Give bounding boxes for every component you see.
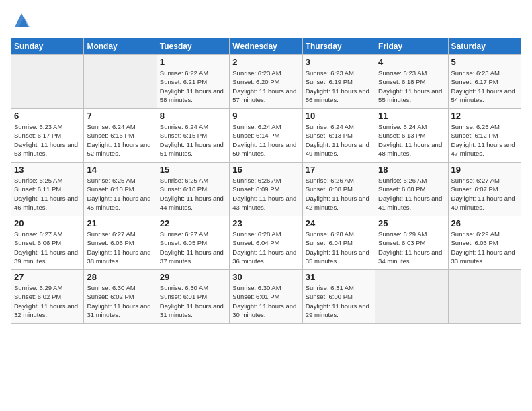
weekday-header-wednesday: Wednesday: [230, 38, 302, 55]
day-info: Sunrise: 6:27 AM Sunset: 6:06 PM Dayligh…: [87, 230, 153, 265]
day-number: 19: [451, 165, 518, 175]
calendar-day-cell: 14Sunrise: 6:25 AM Sunset: 6:10 PM Dayli…: [84, 163, 157, 216]
day-info: Sunrise: 6:26 AM Sunset: 6:09 PM Dayligh…: [232, 176, 299, 212]
day-info: Sunrise: 6:29 AM Sunset: 6:03 PM Dayligh…: [378, 230, 445, 265]
day-info: Sunrise: 6:29 AM Sunset: 6:02 PM Dayligh…: [14, 283, 81, 319]
day-info: Sunrise: 6:31 AM Sunset: 6:00 PM Dayligh…: [306, 283, 372, 319]
calendar-day-cell: [11, 55, 84, 109]
day-info: Sunrise: 6:25 AM Sunset: 6:11 PM Dayligh…: [14, 176, 81, 212]
day-info: Sunrise: 6:26 AM Sunset: 6:08 PM Dayligh…: [306, 176, 372, 212]
day-info: Sunrise: 6:24 AM Sunset: 6:14 PM Dayligh…: [232, 122, 299, 158]
day-info: Sunrise: 6:27 AM Sunset: 6:05 PM Dayligh…: [160, 230, 226, 265]
calendar-day-cell: 23Sunrise: 6:28 AM Sunset: 6:04 PM Dayli…: [230, 216, 302, 270]
calendar-day-cell: 10Sunrise: 6:24 AM Sunset: 6:13 PM Dayli…: [302, 109, 375, 163]
day-info: Sunrise: 6:23 AM Sunset: 6:17 PM Dayligh…: [451, 68, 518, 104]
day-info: Sunrise: 6:30 AM Sunset: 6:02 PM Dayligh…: [87, 283, 153, 319]
day-info: Sunrise: 6:23 AM Sunset: 6:20 PM Dayligh…: [232, 68, 299, 104]
calendar-table: SundayMondayTuesdayWednesdayThursdayFrid…: [11, 38, 521, 324]
day-info: Sunrise: 6:25 AM Sunset: 6:10 PM Dayligh…: [160, 176, 226, 212]
day-info: Sunrise: 6:24 AM Sunset: 6:13 PM Dayligh…: [378, 122, 445, 158]
day-info: Sunrise: 6:29 AM Sunset: 6:03 PM Dayligh…: [451, 230, 518, 265]
weekday-header-friday: Friday: [375, 38, 448, 55]
calendar-day-cell: 27Sunrise: 6:29 AM Sunset: 6:02 PM Dayli…: [11, 270, 84, 324]
day-number: 21: [87, 218, 153, 228]
calendar-day-cell: 2Sunrise: 6:23 AM Sunset: 6:20 PM Daylig…: [230, 55, 302, 109]
day-number: 13: [14, 165, 81, 175]
day-info: Sunrise: 6:27 AM Sunset: 6:06 PM Dayligh…: [14, 230, 81, 265]
day-number: 16: [232, 165, 299, 175]
calendar-header-row: SundayMondayTuesdayWednesdayThursdayFrid…: [11, 38, 521, 55]
day-number: 15: [160, 165, 226, 175]
day-info: Sunrise: 6:23 AM Sunset: 6:17 PM Dayligh…: [14, 122, 81, 158]
calendar-day-cell: 7Sunrise: 6:24 AM Sunset: 6:16 PM Daylig…: [84, 109, 157, 163]
day-number: 14: [87, 165, 153, 175]
weekday-header-tuesday: Tuesday: [157, 38, 229, 55]
calendar-day-cell: 15Sunrise: 6:25 AM Sunset: 6:10 PM Dayli…: [157, 163, 229, 216]
day-info: Sunrise: 6:23 AM Sunset: 6:18 PM Dayligh…: [378, 68, 445, 104]
weekday-header-sunday: Sunday: [11, 38, 84, 55]
calendar-day-cell: 6Sunrise: 6:23 AM Sunset: 6:17 PM Daylig…: [11, 109, 84, 163]
day-number: 6: [14, 111, 81, 121]
day-number: 17: [306, 165, 372, 175]
day-info: Sunrise: 6:28 AM Sunset: 6:04 PM Dayligh…: [232, 230, 299, 265]
calendar-day-cell: 4Sunrise: 6:23 AM Sunset: 6:18 PM Daylig…: [375, 55, 448, 109]
day-number: 10: [306, 111, 372, 121]
day-number: 28: [87, 272, 153, 282]
day-info: Sunrise: 6:28 AM Sunset: 6:04 PM Dayligh…: [306, 230, 372, 265]
day-info: Sunrise: 6:26 AM Sunset: 6:08 PM Dayligh…: [378, 176, 445, 212]
calendar-day-cell: 1Sunrise: 6:22 AM Sunset: 6:21 PM Daylig…: [157, 55, 229, 109]
calendar-week-row: 13Sunrise: 6:25 AM Sunset: 6:11 PM Dayli…: [11, 163, 521, 216]
calendar-day-cell: 24Sunrise: 6:28 AM Sunset: 6:04 PM Dayli…: [302, 216, 375, 270]
calendar-week-row: 27Sunrise: 6:29 AM Sunset: 6:02 PM Dayli…: [11, 270, 521, 324]
calendar-day-cell: 13Sunrise: 6:25 AM Sunset: 6:11 PM Dayli…: [11, 163, 84, 216]
day-number: 1: [160, 57, 226, 67]
day-number: 7: [87, 111, 153, 121]
day-number: 22: [160, 218, 226, 228]
day-info: Sunrise: 6:27 AM Sunset: 6:07 PM Dayligh…: [451, 176, 518, 212]
logo: [11, 11, 31, 30]
calendar-day-cell: 17Sunrise: 6:26 AM Sunset: 6:08 PM Dayli…: [302, 163, 375, 216]
day-info: Sunrise: 6:25 AM Sunset: 6:10 PM Dayligh…: [87, 176, 153, 212]
weekday-header-saturday: Saturday: [448, 38, 521, 55]
weekday-header-thursday: Thursday: [302, 38, 375, 55]
calendar-day-cell: [375, 270, 448, 324]
day-info: Sunrise: 6:22 AM Sunset: 6:21 PM Dayligh…: [160, 68, 226, 104]
calendar-day-cell: 19Sunrise: 6:27 AM Sunset: 6:07 PM Dayli…: [448, 163, 521, 216]
day-number: 18: [378, 165, 445, 175]
calendar-week-row: 20Sunrise: 6:27 AM Sunset: 6:06 PM Dayli…: [11, 216, 521, 270]
day-info: Sunrise: 6:30 AM Sunset: 6:01 PM Dayligh…: [160, 283, 226, 319]
calendar-day-cell: 30Sunrise: 6:30 AM Sunset: 6:01 PM Dayli…: [230, 270, 302, 324]
day-number: 29: [160, 272, 226, 282]
day-info: Sunrise: 6:24 AM Sunset: 6:13 PM Dayligh…: [306, 122, 372, 158]
calendar-day-cell: 9Sunrise: 6:24 AM Sunset: 6:14 PM Daylig…: [230, 109, 302, 163]
calendar-day-cell: 25Sunrise: 6:29 AM Sunset: 6:03 PM Dayli…: [375, 216, 448, 270]
calendar-day-cell: [84, 55, 157, 109]
calendar-day-cell: 21Sunrise: 6:27 AM Sunset: 6:06 PM Dayli…: [84, 216, 157, 270]
day-number: 8: [160, 111, 226, 121]
calendar-day-cell: 20Sunrise: 6:27 AM Sunset: 6:06 PM Dayli…: [11, 216, 84, 270]
calendar-day-cell: 11Sunrise: 6:24 AM Sunset: 6:13 PM Dayli…: [375, 109, 448, 163]
day-number: 11: [378, 111, 445, 121]
day-number: 9: [232, 111, 299, 121]
day-info: Sunrise: 6:23 AM Sunset: 6:19 PM Dayligh…: [306, 68, 372, 104]
day-info: Sunrise: 6:30 AM Sunset: 6:01 PM Dayligh…: [232, 283, 299, 319]
day-number: 31: [306, 272, 372, 282]
calendar-day-cell: 22Sunrise: 6:27 AM Sunset: 6:05 PM Dayli…: [157, 216, 229, 270]
calendar-day-cell: 5Sunrise: 6:23 AM Sunset: 6:17 PM Daylig…: [448, 55, 521, 109]
day-number: 5: [451, 57, 518, 67]
day-number: 24: [306, 218, 372, 228]
calendar-day-cell: 28Sunrise: 6:30 AM Sunset: 6:02 PM Dayli…: [84, 270, 157, 324]
calendar-day-cell: 8Sunrise: 6:24 AM Sunset: 6:15 PM Daylig…: [157, 109, 229, 163]
logo-icon: [12, 11, 31, 30]
day-info: Sunrise: 6:24 AM Sunset: 6:15 PM Dayligh…: [160, 122, 226, 158]
day-number: 4: [378, 57, 445, 67]
calendar-week-row: 6Sunrise: 6:23 AM Sunset: 6:17 PM Daylig…: [11, 109, 521, 163]
calendar-day-cell: 31Sunrise: 6:31 AM Sunset: 6:00 PM Dayli…: [302, 270, 375, 324]
page-header: [11, 11, 521, 30]
calendar-day-cell: 3Sunrise: 6:23 AM Sunset: 6:19 PM Daylig…: [302, 55, 375, 109]
day-number: 30: [232, 272, 299, 282]
day-number: 25: [378, 218, 445, 228]
day-number: 20: [14, 218, 81, 228]
day-number: 26: [451, 218, 518, 228]
day-number: 27: [14, 272, 81, 282]
